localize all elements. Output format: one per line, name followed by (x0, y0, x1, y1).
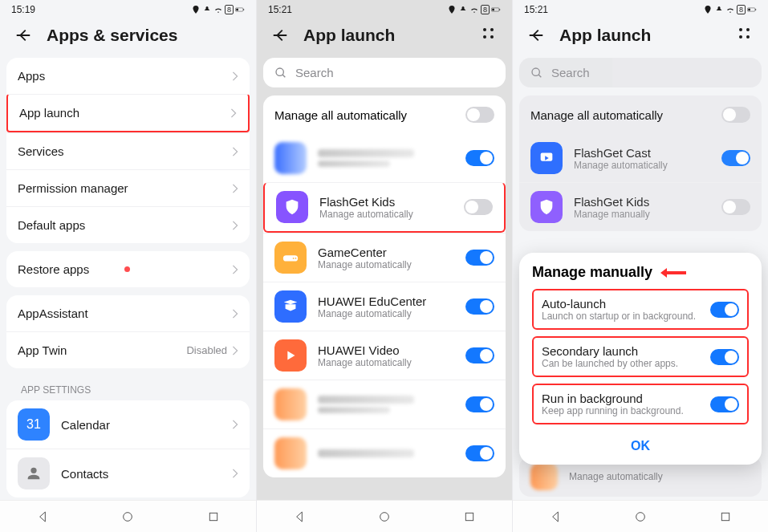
page-title: App launch (303, 26, 469, 45)
app-toggle[interactable] (465, 250, 494, 266)
statusbar: 15:21 8 (513, 0, 768, 19)
ok-button[interactable]: OK (532, 431, 749, 457)
mute-icon (714, 5, 724, 14)
group-app-settings: 31 Calendar Contacts (6, 400, 250, 497)
flashget-kids-icon (276, 191, 308, 223)
item-permission-manager[interactable]: Permission manager (6, 169, 250, 206)
app-text (318, 449, 454, 457)
section-label: APP SETTINGS (6, 376, 250, 400)
app-educenter[interactable]: HUAWEI EduCenter Manage automatically (263, 282, 506, 331)
wifi-icon (469, 5, 479, 14)
item-label: AppAssistant (18, 307, 232, 320)
item-app-launch[interactable]: App launch (6, 94, 250, 132)
item-default-apps[interactable]: Default apps (6, 206, 250, 243)
nav-home-icon[interactable] (378, 510, 391, 523)
nav-recent-icon[interactable] (719, 510, 732, 523)
search-icon (274, 67, 287, 79)
nav-back-icon[interactable] (36, 510, 49, 523)
battery-label: 8 (481, 5, 490, 14)
chevron-right-icon (232, 221, 238, 230)
back-icon[interactable] (271, 26, 289, 44)
sheet-toggle[interactable] (710, 396, 739, 412)
sheet-item-sub: Keep app running in background. (542, 405, 702, 416)
item-app-twin[interactable]: App Twin Disabled (6, 331, 250, 368)
search-placeholder: Search (295, 66, 334, 79)
item-appassistant[interactable]: AppAssistant (6, 295, 250, 331)
app-title: Contacts (61, 467, 221, 481)
manage-all-toggle[interactable] (465, 107, 494, 123)
sheet-item-sub: Launch on startup or in background. (542, 311, 702, 322)
nav-home-icon[interactable] (634, 510, 647, 523)
back-icon[interactable] (527, 26, 545, 44)
more-icon[interactable] (739, 28, 754, 43)
item-services[interactable]: Services (6, 132, 250, 169)
flashget-cast-icon (530, 142, 563, 174)
chevron-right-icon (232, 147, 238, 156)
app-toggle[interactable] (464, 199, 493, 215)
app-list-dim: Manage all automatically FlashGet Cast M… (519, 95, 762, 231)
sheet-toggle[interactable] (710, 302, 739, 318)
manage-all-row[interactable]: Manage all automatically (263, 95, 506, 134)
nav-back-icon[interactable] (293, 510, 306, 523)
app-row-blurred[interactable] (263, 134, 506, 182)
app-sub: Manage automatically (318, 308, 454, 319)
svg-rect-6 (499, 9, 500, 10)
svg-point-9 (380, 512, 389, 521)
app-toggle[interactable] (465, 396, 494, 412)
item-label: Default apps (18, 218, 232, 232)
manage-all-row[interactable]: Manage all automatically (519, 95, 762, 134)
sheet-secondary-launch[interactable]: Secondary launch Can be launched by othe… (532, 336, 749, 377)
manage-all-label: Manage all automatically (530, 108, 721, 122)
app-toggle[interactable] (465, 445, 494, 461)
item-label: App Twin (18, 343, 186, 357)
manage-all-toggle[interactable] (721, 107, 750, 123)
search-input[interactable]: Search (519, 58, 762, 87)
item-restore-apps[interactable]: Restore apps (6, 251, 250, 287)
search-input[interactable]: Search (263, 58, 506, 87)
app-title: FlashGet Kids (319, 195, 453, 209)
app-calendar[interactable]: 31 Calendar (6, 400, 250, 449)
sheet-auto-launch[interactable]: Auto-launch Launch on startup or in back… (532, 289, 749, 330)
app-toggle[interactable] (721, 150, 750, 166)
app-toggle[interactable] (465, 298, 494, 315)
app-list: Manage all automatically FlashGet Kids M… (263, 95, 506, 477)
app-toggle[interactable] (465, 347, 494, 363)
app-title: GameCenter (318, 246, 454, 259)
nav-recent-icon[interactable] (207, 510, 220, 523)
nav-bar (257, 500, 512, 532)
app-toggle[interactable] (721, 199, 750, 215)
svg-rect-2 (236, 9, 238, 11)
app-flashget-kids[interactable]: FlashGet Kids Manage automatically (263, 182, 506, 233)
battery-icon (235, 5, 245, 14)
app-huawei-video[interactable]: HUAWEI Video Manage automatically (263, 331, 506, 380)
app-flashget-cast[interactable]: FlashGet Cast Manage automatically (519, 134, 762, 182)
sheet-run-background[interactable]: Run in background Keep app running in ba… (532, 384, 749, 424)
app-icon (274, 388, 307, 420)
app-title: HUAWEI Video (318, 343, 454, 357)
header: Apps & services (0, 19, 256, 58)
chevron-right-icon (232, 346, 238, 355)
sheet-toggle[interactable] (710, 349, 739, 365)
more-icon[interactable] (483, 28, 498, 43)
chevron-right-icon (232, 265, 238, 274)
clock: 15:21 (268, 4, 292, 15)
nav-back-icon[interactable] (549, 510, 562, 523)
calendar-icon: 31 (18, 408, 50, 441)
location-icon (191, 5, 201, 14)
svg-rect-10 (465, 513, 473, 520)
app-text (318, 396, 454, 413)
app-title: Calendar (61, 418, 221, 432)
nav-recent-icon[interactable] (463, 510, 476, 523)
app-toggle[interactable] (465, 150, 494, 166)
chevron-right-icon (232, 469, 238, 478)
nav-home-icon[interactable] (121, 510, 134, 523)
app-gamecenter[interactable]: GameCenter Manage automatically (263, 233, 506, 282)
app-row-blurred[interactable] (263, 380, 506, 428)
app-row-blurred[interactable] (263, 428, 506, 477)
status-icons: 8 (703, 5, 757, 14)
app-flashget-kids[interactable]: FlashGet Kids Manage manually (519, 182, 762, 231)
item-apps[interactable]: Apps (6, 58, 250, 94)
chevron-right-icon (232, 184, 238, 193)
app-contacts[interactable]: Contacts (6, 449, 250, 497)
back-icon[interactable] (14, 26, 32, 44)
